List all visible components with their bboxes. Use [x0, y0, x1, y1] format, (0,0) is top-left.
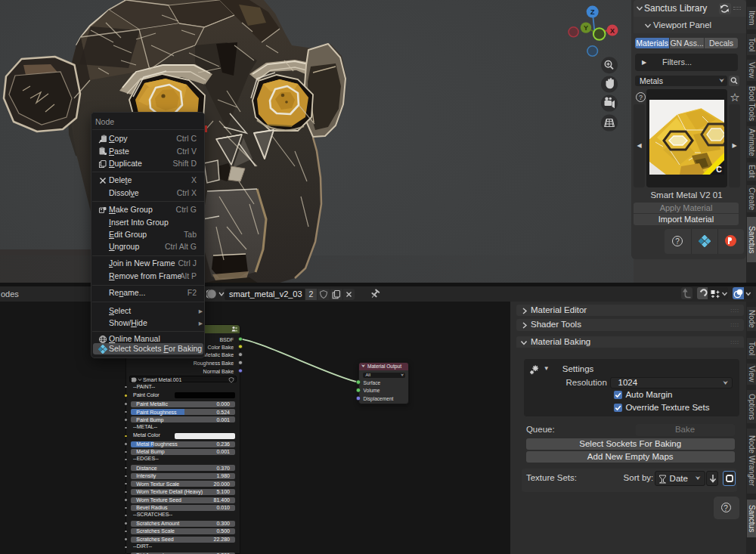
svg-text:Y: Y [584, 24, 588, 32]
svg-text:Z: Z [590, 8, 595, 16]
svg-text:X: X [610, 27, 615, 35]
svg-text:C: C [716, 165, 722, 174]
